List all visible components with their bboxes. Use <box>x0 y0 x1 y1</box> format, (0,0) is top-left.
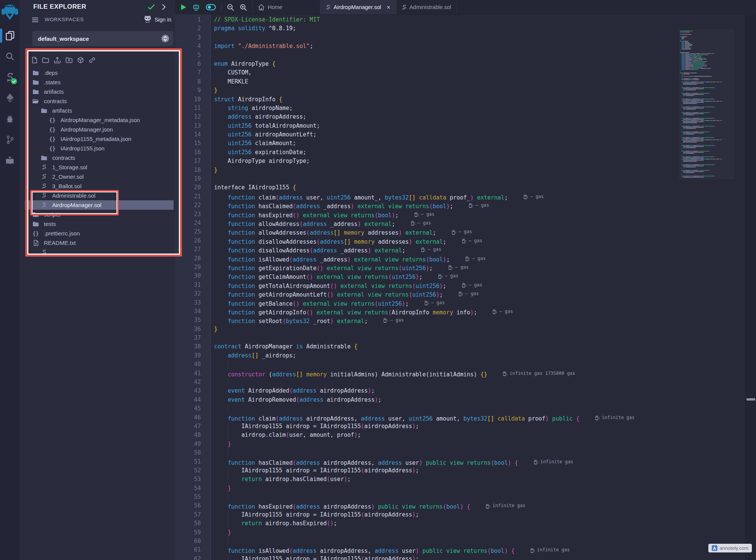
code-line[interactable]: function claim(address user, uint256 amo… <box>211 192 746 201</box>
toggle-icon[interactable] <box>206 4 216 11</box>
tree-item-contracts[interactable]: contracts <box>25 153 174 162</box>
code-line[interactable]: string airdropName; <box>211 104 746 113</box>
tree-item-readme-txt[interactable]: README.txt <box>25 238 174 248</box>
tab-home[interactable]: Home <box>252 0 320 14</box>
file-explorer-icon[interactable] <box>0 25 20 46</box>
tree-item-artifacts[interactable]: artifacts <box>25 106 174 115</box>
code-line[interactable]: IAirdrop1155 airdrop = IAirdrop1155(aird… <box>211 466 746 475</box>
tree-item-2-owner-sol[interactable]: 2_Owner.sol <box>25 172 174 181</box>
sign-in-button[interactable]: Sign in <box>143 15 171 24</box>
tree-item-tests[interactable]: tests <box>25 219 174 229</box>
code-line[interactable] <box>211 378 746 387</box>
zoom-out-icon[interactable] <box>227 4 234 11</box>
code-line[interactable]: return airdrop.hasExpired(); <box>211 519 746 528</box>
chevron-right-icon[interactable] <box>161 3 166 12</box>
debugger-icon[interactable] <box>0 108 20 129</box>
code-line[interactable]: function allowAddress(address _address) … <box>211 219 746 227</box>
git-icon[interactable] <box>0 129 20 150</box>
new-folder-icon[interactable] <box>42 57 49 63</box>
code-line[interactable] <box>211 493 746 501</box>
code-line[interactable] <box>211 404 746 413</box>
tree-item-cut-off[interactable] <box>25 248 174 257</box>
code-line[interactable]: event AirdropAdded(address airdropAddres… <box>211 387 746 395</box>
hamburger-menu-icon[interactable] <box>32 17 39 24</box>
code-line[interactable]: function getAirdropInfo() external view … <box>211 307 746 316</box>
code-line[interactable] <box>211 360 746 369</box>
code-line[interactable]: function getClaimAmount() external view … <box>211 272 746 280</box>
remix-logo-icon[interactable] <box>1 2 19 21</box>
code-line[interactable]: struct AirdropInfo { <box>211 95 746 104</box>
code-line[interactable]: pragma solidity ^0.8.19; <box>211 24 746 33</box>
code-line[interactable]: function setRoot(bytes32 _root) external… <box>211 316 746 325</box>
code-line[interactable]: uint256 claimAmount; <box>211 139 746 148</box>
code-line[interactable]: IAirdrop1155 airdrop = IAirdrop1155(aird… <box>211 555 746 560</box>
code-line[interactable]: IAirdrop1155 airdrop = IAirdrop1155(aird… <box>211 422 746 431</box>
code-line[interactable]: function isAllowed(address _address) ext… <box>211 254 746 263</box>
code-line[interactable]: function hasExpired(address airdropAddre… <box>211 501 746 510</box>
deploy-run-icon[interactable] <box>0 88 20 108</box>
zoom-in-icon[interactable] <box>240 4 247 11</box>
tree-item--deps[interactable]: .deps <box>25 68 174 77</box>
code-line[interactable] <box>211 334 746 342</box>
tree-item-airdropmanager-metadata-json[interactable]: {}AirdropManager_metadata.json <box>25 115 174 125</box>
code-line[interactable]: uint256 expirationDate; <box>211 148 746 157</box>
code-line[interactable]: AirdropType airdropType; <box>211 157 746 166</box>
tree-item-3-ballot-sol[interactable]: 3_Ballot.sol <box>25 181 174 191</box>
link-icon[interactable] <box>88 57 96 63</box>
upload-folder-icon[interactable] <box>65 57 73 63</box>
play-icon[interactable] <box>180 4 186 11</box>
tree-item-airdropmanager-json[interactable]: {}AirdropManager.json <box>25 125 174 134</box>
learneth-icon[interactable] <box>0 150 20 171</box>
scrollbar-mark[interactable] <box>747 398 755 401</box>
tree-item-scripts[interactable]: scripts <box>25 210 174 219</box>
code-line[interactable] <box>211 537 746 546</box>
code-line[interactable]: interface IAirdrop1155 { <box>211 183 746 192</box>
code-line[interactable]: function allowAddresses(address[] memory… <box>211 227 746 236</box>
tree-item-airdropmanager-sol[interactable]: AirdropManager.sol <box>25 200 174 210</box>
code-line[interactable]: function getBalance() external view retu… <box>211 299 746 307</box>
tree-item-1-storage-sol[interactable]: 1_Storage.sol <box>25 162 174 172</box>
close-tab-icon[interactable]: ✕ <box>387 5 391 10</box>
minimap[interactable] <box>679 29 734 179</box>
code-line[interactable]: function hasClaimed(address airdropAddre… <box>211 458 746 466</box>
code-line[interactable]: function hasExpired() external view retu… <box>211 210 746 219</box>
code-line[interactable]: function hasClaimed(address _address) ex… <box>211 201 746 210</box>
code-line[interactable]: function claim(address airdropAddress, a… <box>211 413 746 422</box>
workspace-updown-icon[interactable] <box>161 34 169 44</box>
code-line[interactable]: function getTotalAirdropAmount() externa… <box>211 281 746 289</box>
upload-file-icon[interactable] <box>54 57 61 63</box>
code-line[interactable]: } <box>211 440 746 449</box>
code-line[interactable]: function isAllowed(address airdropAddres… <box>211 546 746 554</box>
code-line[interactable]: return airdrop.hasClaimed(user); <box>211 475 746 484</box>
solidity-compiler-icon[interactable] <box>0 67 20 88</box>
code-line[interactable]: MERKLE <box>211 77 746 86</box>
code-line[interactable]: function getAirdropAmountLeft() external… <box>211 289 746 298</box>
code-line[interactable]: import "./Administrable.sol"; <box>211 42 746 51</box>
code-line[interactable] <box>211 51 746 60</box>
tree-item-administrable-sol[interactable]: Administrable.sol <box>25 191 174 200</box>
code-line[interactable] <box>211 33 746 42</box>
code-line[interactable] <box>211 175 746 183</box>
code-line[interactable]: } <box>211 325 746 334</box>
code-line[interactable]: contract AirdropManager is Administrable… <box>211 342 746 351</box>
ai-robot-icon[interactable] <box>192 3 200 11</box>
tree-item-artifacts[interactable]: artifacts <box>25 87 174 96</box>
code-line[interactable]: CUSTOM, <box>211 68 746 77</box>
new-file-icon[interactable] <box>32 57 37 63</box>
code-line[interactable]: enum AirdropType { <box>211 60 746 68</box>
code-line[interactable]: // SPDX-License-Identifier: MIT <box>211 15 746 24</box>
code-line[interactable]: constructor (address[] memory initialAdm… <box>211 369 746 378</box>
code-line[interactable]: function disallowAddress(address _addres… <box>211 245 746 254</box>
tree-item-iairdrop1155-json[interactable]: {}IAirdrop1155.json <box>25 144 174 153</box>
search-icon[interactable] <box>0 46 20 67</box>
code-line[interactable]: address airdropAddress; <box>211 113 746 121</box>
code-line[interactable]: function getExpirationDate() external vi… <box>211 263 746 272</box>
code-line[interactable]: uint256 airdropAmountLeft; <box>211 130 746 139</box>
workspace-selector[interactable]: default_workspace <box>33 31 173 46</box>
tab-administrable-sol[interactable]: Administrable.sol <box>396 0 457 14</box>
code-line[interactable]: function disallowAddresses(address[] mem… <box>211 237 746 245</box>
tree-item-iairdrop1155-metadata-json[interactable]: {}IAirdrop1155_metadata.json <box>25 134 174 144</box>
code-line[interactable]: } <box>211 86 746 95</box>
tree-item--prettierrc-json[interactable]: {}.prettierrc.json <box>25 229 174 238</box>
code-line[interactable]: event AirdropRemoved(address airdropAddr… <box>211 396 746 404</box>
